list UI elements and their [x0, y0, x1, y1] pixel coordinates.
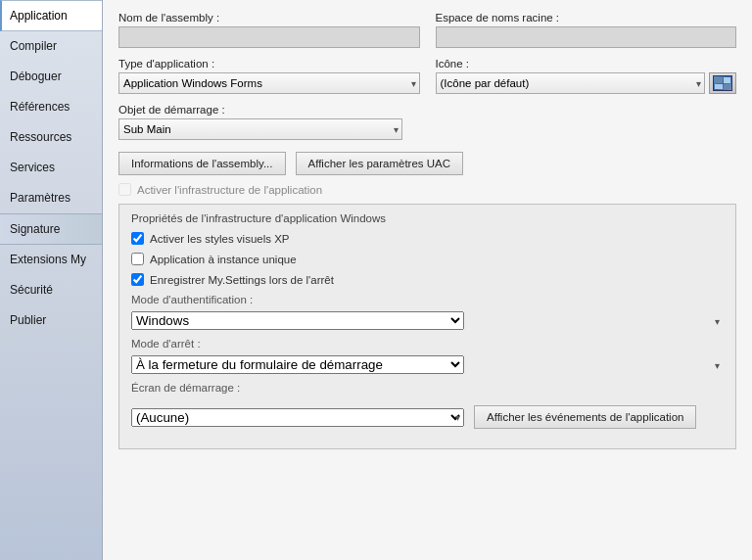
- nom-assembly-input[interactable]: [118, 26, 420, 48]
- mode-auth-label: Mode d'authentification :: [131, 294, 724, 305]
- afficher-uac-button[interactable]: Afficher les paramètres UAC: [296, 152, 464, 175]
- checkbox-my-settings[interactable]: [131, 273, 144, 286]
- sidebar-item-securite[interactable]: Sécurité: [0, 275, 102, 305]
- sidebar-item-deboguer[interactable]: Déboguer: [0, 62, 102, 92]
- mode-arret-label: Mode d'arrêt :: [131, 338, 724, 350]
- ecran-demarrage-row: (Aucune) Afficher les événements de l'ap…: [131, 405, 724, 429]
- sidebar-item-signature[interactable]: Signature: [0, 213, 102, 245]
- ecran-demarrage-group: Écran de démarrage : (Aucune) Afficher l…: [131, 382, 724, 429]
- objet-demarrage-label: Objet de démarrage :: [118, 104, 402, 116]
- afficher-evenements-button[interactable]: Afficher les événements de l'application: [474, 405, 696, 429]
- infos-assembly-button[interactable]: Informations de l'assembly...: [118, 152, 286, 175]
- icon-grid: [715, 77, 730, 89]
- icone-browse-button[interactable]: [709, 72, 736, 94]
- sidebar-item-services[interactable]: Services: [0, 153, 102, 183]
- mode-arret-select[interactable]: À la fermeture du formulaire de démarrag…: [131, 355, 464, 374]
- type-application-group: Type d'application : Application Windows…: [118, 58, 420, 94]
- icone-group: Icône : (Icône par défaut): [436, 58, 737, 94]
- section-infrastructure: Propriétés de l'infrastructure d'applica…: [118, 204, 736, 449]
- button-row: Informations de l'assembly... Afficher l…: [118, 152, 736, 175]
- checkbox-my-settings-row: Enregistrer My.Settings lors de l'arrêt: [131, 273, 724, 286]
- sidebar-item-parametres[interactable]: Paramètres: [0, 183, 102, 213]
- type-application-select[interactable]: Application Windows Forms: [118, 72, 420, 94]
- sidebar-item-extensions-my[interactable]: Extensions My: [0, 245, 102, 275]
- sidebar-item-publier[interactable]: Publier: [0, 305, 102, 336]
- icone-select[interactable]: (Icône par défaut): [436, 72, 706, 94]
- icone-select-wrapper: (Icône par défaut): [436, 72, 706, 94]
- checkbox-my-settings-label: Enregistrer My.Settings lors de l'arrêt: [150, 274, 334, 286]
- nom-assembly-label: Nom de l'assembly :: [118, 12, 420, 23]
- espace-noms-group: Espace de noms racine :: [436, 12, 737, 48]
- sidebar: Application Compiler Déboguer Références…: [0, 0, 103, 560]
- sidebar-item-ressources[interactable]: Ressources: [0, 122, 102, 153]
- mode-auth-select-wrapper: Windows: [131, 311, 724, 330]
- checkbox-instance-unique-label: Application à instance unique: [150, 254, 297, 265]
- espace-noms-input[interactable]: [436, 26, 737, 48]
- checkbox-styles-visuels-row: Activer les styles visuels XP: [131, 232, 724, 245]
- espace-noms-label: Espace de noms racine :: [436, 12, 737, 23]
- checkbox-infra-label: Activer l'infrastructure de l'applicatio…: [137, 184, 322, 196]
- main-content: Nom de l'assembly : Espace de noms racin…: [103, 0, 752, 560]
- checkbox-infra-row: Activer l'infrastructure de l'applicatio…: [118, 183, 736, 196]
- mode-auth-select[interactable]: Windows: [131, 311, 464, 330]
- ecran-demarrage-label: Écran de démarrage :: [131, 382, 724, 394]
- ecran-demarrage-select[interactable]: (Aucune): [131, 408, 464, 427]
- icone-select-row: (Icône par défaut): [436, 72, 737, 94]
- type-application-select-wrapper: Application Windows Forms: [118, 72, 420, 94]
- type-application-label: Type d'application :: [118, 58, 420, 70]
- mode-arret-select-wrapper: À la fermeture du formulaire de démarrag…: [131, 355, 724, 374]
- nom-assembly-group: Nom de l'assembly :: [118, 12, 420, 48]
- objet-demarrage-group: Objet de démarrage : Sub Main: [118, 104, 402, 140]
- checkbox-styles-visuels-label: Activer les styles visuels XP: [150, 233, 290, 245]
- checkbox-instance-unique-row: Application à instance unique: [131, 253, 724, 265]
- sidebar-item-compiler[interactable]: Compiler: [0, 31, 102, 62]
- mode-arret-group: Mode d'arrêt : À la fermeture du formula…: [131, 338, 724, 374]
- mode-auth-group: Mode d'authentification : Windows: [131, 294, 724, 330]
- objet-demarrage-select[interactable]: Sub Main: [118, 118, 402, 140]
- sidebar-item-references[interactable]: Références: [0, 92, 102, 122]
- checkbox-instance-unique[interactable]: [131, 253, 144, 265]
- icone-label: Icône :: [436, 58, 737, 70]
- ecran-demarrage-select-wrapper: (Aucune): [131, 408, 464, 427]
- icone-grid-icon: [713, 75, 732, 91]
- checkbox-infra[interactable]: [118, 183, 131, 196]
- objet-demarrage-select-wrapper: Sub Main: [118, 118, 402, 140]
- sidebar-item-application[interactable]: Application: [0, 0, 102, 31]
- checkbox-styles-visuels[interactable]: [131, 232, 144, 245]
- section-title: Propriétés de l'infrastructure d'applica…: [131, 212, 724, 224]
